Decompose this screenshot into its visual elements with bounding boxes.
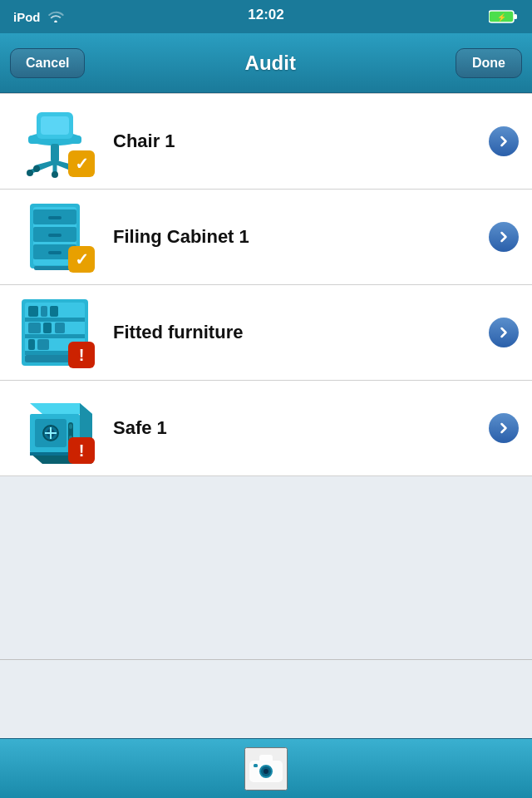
error-badge: ! [68, 437, 95, 464]
svg-point-13 [27, 170, 33, 176]
svg-point-57 [264, 769, 268, 774]
svg-rect-39 [37, 339, 49, 350]
status-left: iPod [13, 10, 64, 24]
item-list: ✓ Chair 1 [0, 93, 532, 476]
check-badge: ✓ [68, 150, 95, 177]
chevron-button[interactable] [489, 222, 519, 252]
chevron-button[interactable] [489, 318, 519, 347]
svg-rect-30 [25, 334, 85, 338]
svg-rect-38 [28, 339, 35, 350]
wifi-icon [47, 11, 64, 22]
svg-rect-37 [55, 323, 65, 333]
svg-rect-34 [50, 306, 58, 317]
camera-icon [248, 753, 284, 785]
chevron-right-icon [495, 324, 512, 341]
error-badge: ! [68, 342, 95, 368]
nav-bar: Cancel Audit Done [0, 33, 532, 93]
chevron-right-icon [495, 229, 512, 245]
chevron-button[interactable] [489, 413, 519, 443]
camera-button[interactable] [244, 747, 288, 791]
done-button[interactable]: Done [456, 48, 522, 78]
chevron-right-icon [495, 420, 512, 436]
list-item[interactable]: ✓ Filing Cabinet 1 [0, 190, 532, 285]
page-title: Audit [245, 52, 296, 75]
chevron-right-icon [495, 133, 512, 150]
check-badge: ✓ [68, 246, 95, 273]
svg-rect-58 [254, 764, 258, 767]
svg-rect-23 [48, 216, 62, 219]
svg-rect-1 [514, 14, 517, 19]
status-bar: iPod 12:02 ⚡ [0, 0, 532, 33]
chevron-button[interactable] [489, 126, 519, 156]
device-name: iPod [13, 10, 41, 24]
svg-line-11 [37, 162, 55, 167]
battery-icon: ⚡ [489, 10, 519, 23]
item-name: Fitted furniture [113, 322, 489, 343]
list-item[interactable]: ! Fitted furniture [0, 285, 532, 381]
empty-area [0, 476, 532, 659]
svg-rect-33 [41, 306, 47, 317]
bottom-bar [0, 738, 532, 798]
list-item[interactable]: ! Safe 1 [0, 381, 532, 476]
status-time: 12:02 [248, 7, 283, 23]
separator [0, 659, 532, 660]
svg-text:⚡: ⚡ [497, 12, 507, 22]
item-name: Chair 1 [113, 131, 489, 152]
svg-rect-50 [69, 424, 72, 429]
svg-rect-7 [51, 144, 59, 162]
svg-rect-29 [25, 318, 85, 322]
safe-icon-wrapper: ! [13, 391, 96, 466]
svg-rect-35 [28, 323, 41, 333]
svg-rect-25 [48, 251, 62, 254]
cabinet-icon-wrapper: ✓ [13, 200, 96, 274]
furniture-icon-wrapper: ! [13, 295, 96, 370]
list-item[interactable]: ✓ Chair 1 [0, 93, 532, 190]
svg-rect-36 [43, 323, 52, 333]
item-name: Safe 1 [113, 417, 489, 439]
chair-icon-wrapper: ✓ [13, 104, 96, 179]
status-right: ⚡ [489, 10, 519, 23]
svg-rect-6 [41, 116, 69, 135]
item-name: Filing Cabinet 1 [113, 226, 489, 248]
svg-point-14 [52, 171, 58, 178]
svg-rect-32 [28, 306, 38, 317]
cancel-button[interactable]: Cancel [10, 48, 85, 78]
svg-rect-24 [48, 234, 62, 237]
svg-point-16 [33, 165, 40, 172]
